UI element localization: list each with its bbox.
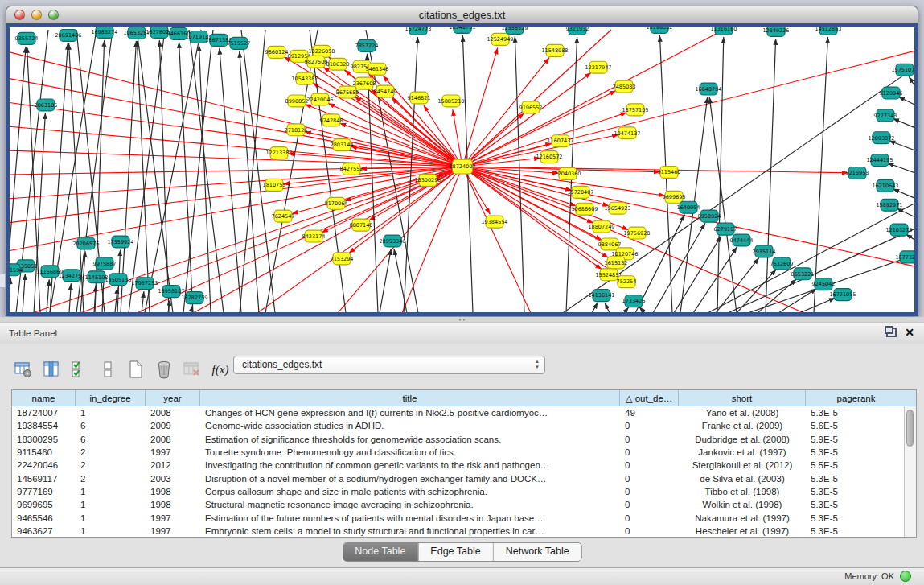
graph-node[interactable]: 8170064 <box>325 197 348 209</box>
panel-collapse-handle[interactable] <box>0 274 6 288</box>
graph-node[interactable]: 20206576 <box>72 237 99 249</box>
graph-node[interactable]: 5675685 <box>336 86 359 98</box>
graph-node[interactable]: 15885210 <box>437 95 464 107</box>
network-table-dropdown[interactable]: citations_edges.txt ▲▼ <box>233 356 545 374</box>
graph-node[interactable]: 14136141 <box>588 290 614 302</box>
column-header-pagerank[interactable]: pagerank <box>806 390 906 406</box>
graph-node[interactable]: 12213383 <box>265 147 292 159</box>
graph-node[interactable]: 11316160 <box>710 27 737 35</box>
graph-hub-node[interactable]: 18724007 <box>449 159 475 174</box>
graph-node[interactable]: 9242848 <box>320 114 343 126</box>
graph-node[interactable]: 9975887 <box>93 257 117 270</box>
scrollbar-thumb[interactable] <box>906 410 914 447</box>
window-titlebar[interactable]: citations_edges.txt <box>6 6 918 23</box>
column-header-year[interactable]: year <box>146 390 200 406</box>
graph-node[interactable]: 10196532 <box>646 27 672 33</box>
graph-node[interactable]: 17957253 <box>131 278 158 290</box>
graph-node[interactable]: 12444195 <box>866 154 893 167</box>
graph-node[interactable]: 7857224 <box>355 39 379 51</box>
graph-node[interactable]: 9196552 <box>519 101 543 113</box>
graph-node[interactable]: 17359924 <box>107 236 133 248</box>
graph-node[interactable]: 12217947 <box>585 61 611 73</box>
graph-node[interactable]: 2718126 <box>285 124 308 136</box>
table-row[interactable]: 1456911722003Disruption of a novel membe… <box>12 472 916 484</box>
graph-node[interactable]: 14512863 <box>815 27 841 35</box>
column-header-short[interactable]: short <box>679 390 806 406</box>
table-row[interactable]: 911546021997Tourette syndrome. Phenomeno… <box>12 446 916 459</box>
graph-node[interactable]: 12160572 <box>536 151 562 163</box>
graph-node[interactable]: 8887140 <box>350 219 373 231</box>
new-document-button[interactable] <box>125 359 146 380</box>
graph-node[interactable]: 8186328 <box>326 58 350 70</box>
graph-node[interactable]: 19384554 <box>481 216 507 228</box>
table-settings-button[interactable] <box>13 359 34 380</box>
column-header-name[interactable]: name <box>12 390 76 406</box>
delete-button[interactable] <box>154 359 175 380</box>
graph-node[interactable]: 9227343 <box>874 109 897 122</box>
graph-node[interactable]: 20953346 <box>379 235 405 247</box>
table-row[interactable]: 1830029562008Estimation of significance … <box>12 433 916 446</box>
graph-node[interactable]: 15724773 <box>405 27 431 35</box>
close-panel-icon[interactable]: ✕ <box>905 327 914 338</box>
graph-node[interactable]: 1733426 <box>622 295 646 307</box>
graph-node[interactable]: 15751074 <box>891 64 914 76</box>
graph-node[interactable]: 16648794 <box>695 83 721 95</box>
graph-node[interactable]: 5461346 <box>366 63 389 75</box>
float-panel-icon[interactable] <box>886 328 897 337</box>
table-row[interactable]: 946554611997Estimation of the future num… <box>12 511 916 524</box>
graph-node[interactable]: 9146821 <box>408 92 431 104</box>
graph-node[interactable]: 752254 <box>617 276 637 288</box>
graph-node[interactable]: 6279197 <box>714 223 737 235</box>
graph-node[interactable]: 1810755 <box>263 179 286 191</box>
graph-node[interactable]: 7153294 <box>331 253 354 265</box>
graph-node[interactable]: 1640954 <box>677 201 700 213</box>
graph-node[interactable]: 9827509 <box>305 56 328 68</box>
table-row[interactable]: 1872400712008Changes of HCN gene express… <box>12 406 916 419</box>
graph-node[interactable]: 12524949 <box>487 33 513 45</box>
function-builder-button[interactable]: f(x) <box>210 359 231 380</box>
graph-node[interactable]: 12849226 <box>762 27 789 36</box>
table-row[interactable]: 1938455462009Genome-wide association stu… <box>12 419 916 432</box>
select-all-button[interactable] <box>69 359 90 380</box>
graph-node[interactable]: 2367608 <box>353 77 376 89</box>
graph-node[interactable]: 9355724 <box>15 32 39 44</box>
graph-node[interactable]: 9860124 <box>265 46 289 58</box>
tab-edge-table[interactable]: Edge Table <box>417 543 492 561</box>
clear-selection-button[interactable] <box>97 359 118 380</box>
graph-node[interactable]: 10474137 <box>614 127 640 139</box>
graph-node[interactable]: 9129946 <box>880 87 903 99</box>
graph-node[interactable]: 2803144 <box>331 139 354 151</box>
graph-node[interactable]: 8423174 <box>302 230 326 242</box>
graph-node[interactable]: 10688609 <box>571 203 598 215</box>
graph-node[interactable]: 19654923 <box>604 202 630 214</box>
graph-node[interactable]: 11607437 <box>547 135 573 147</box>
graph-node[interactable]: 9115460 <box>658 167 681 179</box>
graph-node[interactable]: 12093872 <box>868 132 894 144</box>
column-header-in_degree[interactable]: in_degree <box>76 390 146 406</box>
graph-node[interactable]: 8427552 <box>340 163 363 175</box>
select-column-button[interactable] <box>41 359 62 380</box>
table-row[interactable]: 969969511998Structural magnetic resonanc… <box>12 498 916 511</box>
graph-node[interactable]: 18757105 <box>622 104 648 116</box>
tab-network-table[interactable]: Network Table <box>493 543 581 561</box>
graph-node[interactable]: 7624547 <box>272 210 295 222</box>
graph-node[interactable]: 10543382 <box>291 72 318 84</box>
table-vertical-scrollbar[interactable] <box>904 406 916 537</box>
column-header-out_de[interactable]: △ out_de… <box>620 390 679 406</box>
graph-node[interactable]: 8454749 <box>374 85 397 97</box>
graph-node[interactable]: 2935114 <box>753 245 776 257</box>
column-header-title[interactable]: title <box>200 390 620 406</box>
table-row[interactable]: 2242004622012Investigating the contribut… <box>12 459 916 472</box>
graph-node[interactable]: 8958924 <box>698 210 721 222</box>
graph-node[interactable]: 7515527 <box>228 37 251 49</box>
graph-node[interactable]: 9321932 <box>566 27 589 35</box>
graph-node[interactable]: 16940731 <box>449 27 475 33</box>
memory-status-indicator[interactable] <box>900 571 911 582</box>
graph-node[interactable]: 8653221 <box>791 268 815 280</box>
tab-node-table[interactable]: Node Table <box>343 543 417 561</box>
graph-node[interactable]: 2063105 <box>35 99 58 111</box>
graph-node[interactable]: 12103275 <box>885 224 912 236</box>
graph-node[interactable]: 9474444 <box>730 234 754 246</box>
network-canvas[interactable]: 9860124891295418226058982750981863289827… <box>10 27 914 312</box>
graph-node[interactable]: 7632609 <box>770 257 794 270</box>
